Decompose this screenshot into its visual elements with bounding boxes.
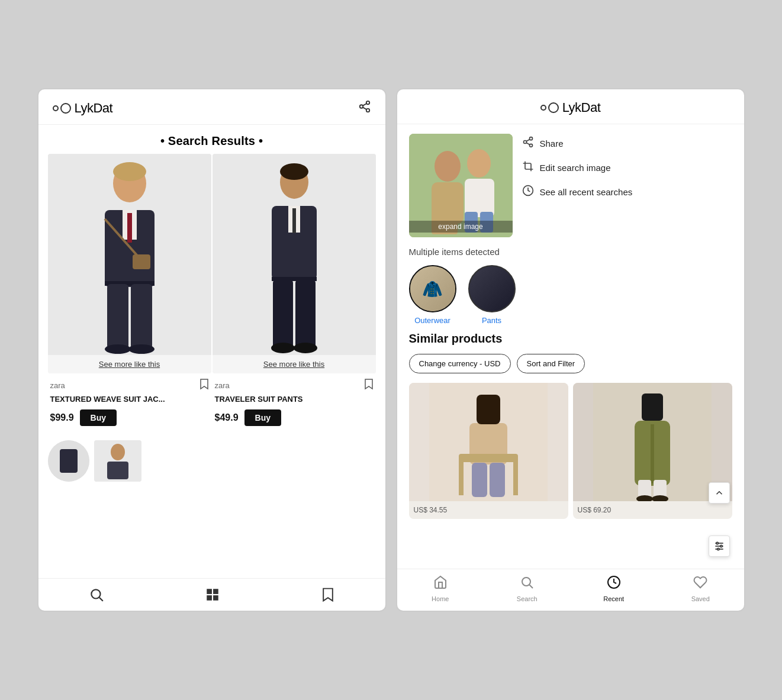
outerwear-label[interactable]: Outerwear	[414, 316, 450, 325]
heart-icon	[693, 575, 707, 593]
currency-filter-button[interactable]: Change currency - USD	[409, 354, 511, 373]
svg-rect-60	[459, 460, 464, 495]
svg-point-20	[280, 163, 308, 180]
svg-rect-33	[107, 462, 128, 479]
svg-rect-36	[207, 589, 213, 594]
nav-tab-search[interactable]: Search	[506, 575, 548, 602]
buy-button-2[interactable]: Buy	[244, 409, 281, 426]
products-grid: See more like this zara TEXTURED WEAVE S…	[38, 154, 385, 433]
price-row-1: $99.9 Buy	[50, 409, 209, 426]
svg-rect-39	[214, 595, 219, 601]
svg-line-54	[526, 139, 530, 141]
svg-point-16	[105, 344, 131, 354]
share-action[interactable]: Share	[522, 136, 633, 151]
product-card-2: See more like this zara TRAVELER SUIT PA…	[213, 154, 376, 433]
recent-searches-action[interactable]: See all recent searches	[522, 185, 633, 199]
similar-image-1	[409, 383, 568, 501]
svg-rect-10	[127, 213, 132, 243]
logo-text-right: LykDat	[562, 100, 601, 115]
outerwear-thumb: 🧥	[409, 265, 456, 312]
search-image-thumbnail[interactable]: expand image	[409, 134, 513, 237]
nav-grid-button[interactable]	[205, 587, 220, 602]
detected-item-outerwear[interactable]: 🧥 Outerwear	[409, 265, 456, 325]
price-row-2: $49.9 Buy	[215, 409, 374, 426]
sort-filter-button[interactable]: Sort and Filter	[517, 354, 585, 373]
recent-thumb-rect[interactable]	[94, 440, 141, 482]
saved-label: Saved	[691, 595, 710, 602]
left-header: LykDat	[38, 89, 385, 125]
filter-fab-button[interactable]	[709, 536, 730, 557]
left-screen: LykDat • Search Results •	[37, 88, 387, 612]
logo-circle-lg-right	[548, 102, 559, 113]
bullet-left: •	[160, 134, 165, 147]
logo-circle-small	[53, 105, 59, 111]
svg-rect-25	[273, 279, 293, 349]
svg-point-32	[111, 444, 125, 460]
share-action-label: Share	[540, 138, 564, 149]
buy-button-1[interactable]: Buy	[80, 409, 117, 426]
logo-text: LykDat	[75, 101, 113, 116]
recent-thumb-circle[interactable]	[48, 440, 89, 482]
svg-rect-59	[477, 395, 500, 424]
bullet-right: •	[259, 134, 263, 147]
product-card-1: See more like this zara TEXTURED WEAVE S…	[48, 154, 211, 433]
brand-row-2: zara	[215, 378, 374, 392]
svg-point-79	[717, 548, 719, 550]
svg-point-50	[529, 137, 532, 140]
nav-search-button[interactable]	[89, 587, 104, 602]
see-more-link-1[interactable]: See more like this	[48, 355, 211, 373]
similar-products-title: Similar products	[409, 332, 732, 346]
right-screen: LykDat	[396, 88, 745, 612]
svg-rect-26	[295, 279, 316, 349]
bottom-nav-left	[38, 578, 385, 611]
home-icon	[433, 575, 448, 593]
detected-item-pants[interactable]: Pants	[468, 265, 516, 325]
share-icon	[522, 136, 534, 151]
price-1: $99.9	[50, 412, 74, 423]
search-results-title: • Search Results •	[38, 125, 385, 154]
svg-point-78	[720, 545, 722, 547]
svg-rect-30	[60, 449, 78, 473]
svg-point-77	[716, 542, 718, 544]
similar-card-1[interactable]: US$ 34.55	[409, 383, 568, 519]
recent-icon	[607, 575, 621, 593]
bookmark-1[interactable]	[199, 378, 209, 392]
pants-label[interactable]: Pants	[482, 316, 501, 325]
svg-rect-47	[465, 179, 494, 217]
nav-tab-home[interactable]: Home	[420, 575, 461, 602]
search-actions: Share Edit search image	[522, 134, 633, 199]
svg-rect-37	[214, 589, 219, 594]
svg-line-81	[530, 585, 533, 589]
similar-products-grid: US$ 34.55	[409, 383, 732, 519]
svg-point-51	[523, 141, 526, 144]
expand-image-label: expand image	[409, 221, 513, 233]
nav-tab-recent[interactable]: Recent	[593, 575, 635, 602]
edit-search-action[interactable]: Edit search image	[522, 160, 633, 175]
search-label: Search	[517, 595, 538, 602]
product-info-1: zara TEXTURED WEAVE SUIT JAC... $99.9 Bu…	[48, 373, 211, 433]
brand-row-1: zara	[50, 378, 209, 392]
svg-point-80	[522, 578, 530, 586]
svg-line-53	[526, 143, 530, 144]
recent-label: Recent	[603, 595, 624, 602]
scroll-top-button[interactable]	[709, 482, 730, 504]
see-more-link-2[interactable]: See more like this	[213, 355, 376, 373]
outerwear-img: 🧥	[410, 266, 455, 311]
product-title-1: TEXTURED WEAVE SUIT JAC...	[50, 395, 209, 405]
svg-point-27	[271, 343, 295, 353]
svg-rect-14	[107, 284, 128, 349]
detected-items: 🧥 Outerwear Pants	[409, 265, 732, 325]
svg-rect-12	[133, 254, 150, 269]
logo-circle-large	[60, 103, 71, 114]
svg-point-28	[294, 343, 317, 353]
results-title-text: Search Results	[168, 134, 255, 147]
share-button[interactable]	[358, 100, 371, 116]
filter-row: Change currency - USD Sort and Filter	[409, 354, 732, 373]
svg-point-52	[529, 144, 532, 147]
svg-point-2	[366, 109, 369, 112]
nav-bookmark-button[interactable]	[321, 587, 334, 602]
similar-products-section: Similar products Change currency - USD S…	[397, 332, 744, 519]
bookmark-2[interactable]	[364, 378, 374, 392]
pants-thumb	[468, 265, 516, 312]
nav-tab-saved[interactable]: Saved	[680, 575, 721, 602]
